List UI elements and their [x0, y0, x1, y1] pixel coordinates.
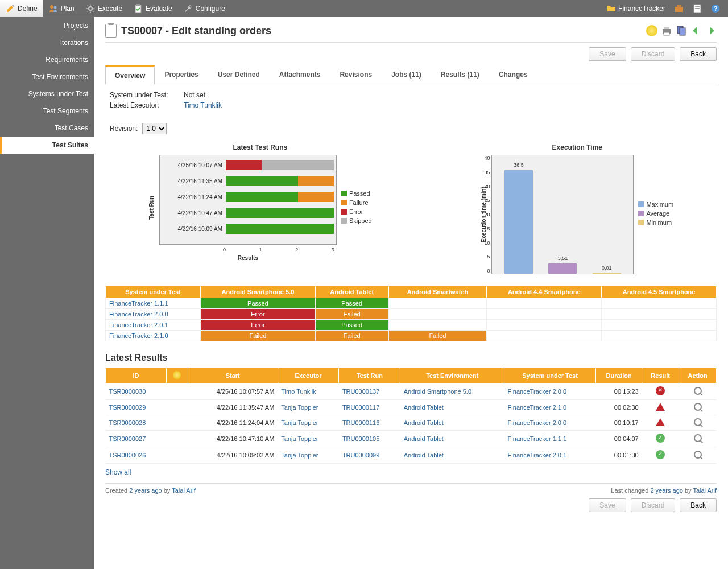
sut-link[interactable]: FinanceTracker 1.1.1 [508, 435, 567, 442]
changed-time-link[interactable]: 2 years ago [650, 487, 682, 494]
changed-user-link[interactable]: Talal Arif [693, 487, 717, 494]
help-icon[interactable]: ? [708, 0, 723, 17]
latest-results-title: Latest Results [105, 353, 717, 363]
matrix-sut-link[interactable]: FinanceTracker 2.1.0 [109, 332, 168, 339]
result-id-link[interactable]: TSR0000030 [109, 388, 146, 395]
tab-changes[interactable]: Changes [489, 65, 537, 84]
tab-user-defined[interactable]: User Defined [208, 65, 270, 84]
testrun-link[interactable]: TRU0000105 [342, 435, 379, 442]
view-action-icon[interactable] [694, 418, 702, 426]
topbar-evaluate[interactable]: Evaluate [128, 0, 178, 17]
result-id-link[interactable]: TSR0000028 [109, 419, 146, 426]
project-selector[interactable]: FinanceTracker [603, 0, 669, 17]
report-icon[interactable] [689, 0, 705, 17]
env-link[interactable]: Android Tablet [404, 404, 444, 411]
revision-select[interactable]: 1.0 [142, 123, 167, 134]
view-action-icon[interactable] [694, 387, 702, 395]
save-button-bottom[interactable]: Save [589, 498, 626, 512]
executor-link[interactable]: Tanja Toppler [281, 435, 318, 442]
tab-results-11-[interactable]: Results (11) [431, 65, 489, 84]
created-user-link[interactable]: Talal Arif [172, 487, 196, 494]
print-icon[interactable] [661, 25, 672, 36]
sidebar-item-test-segments[interactable]: Test Segments [0, 102, 94, 119]
sidebar-item-test-environments[interactable]: Test Environments [0, 68, 94, 85]
env-link[interactable]: Android Tablet [404, 435, 444, 442]
toolbox-icon[interactable] [671, 0, 687, 17]
testrun-link[interactable]: TRU0000116 [342, 419, 379, 426]
prev-arrow-icon[interactable] [690, 25, 702, 36]
sut-value: Not set [184, 91, 205, 99]
executor-link[interactable]: Tanja Toppler [281, 452, 318, 459]
legend-item: Skipped [341, 217, 372, 224]
discard-button-bottom[interactable]: Discard [631, 498, 676, 512]
matrix-sut-link[interactable]: FinanceTracker 2.0.1 [109, 321, 168, 328]
hbar-segment [226, 208, 334, 218]
matrix-header: Android 4.5 Smartphone [602, 286, 717, 298]
testrun-link[interactable]: TRU0000117 [342, 404, 379, 411]
sut-link[interactable]: FinanceTracker 2.0.0 [508, 419, 567, 426]
matrix-sut-link[interactable]: FinanceTracker 1.1.1 [109, 300, 168, 307]
result-warn-icon [656, 418, 665, 426]
legend-item: Maximum [638, 201, 673, 208]
show-all-link[interactable]: Show all [105, 468, 131, 476]
hbar-label: 4/22/16 10:09 AM [162, 226, 226, 232]
result-id-link[interactable]: TSR0000029 [109, 404, 146, 411]
svg-point-0 [50, 5, 53, 9]
results-header: Duration [596, 368, 642, 384]
matrix-cell: Failed [315, 331, 388, 341]
env-link[interactable]: Android Smartphone 5.0 [404, 388, 471, 395]
sidebar-item-test-suites[interactable]: Test Suites [0, 137, 94, 154]
pencil-icon [6, 4, 15, 13]
topbar-plan[interactable]: Plan [43, 0, 80, 17]
sidebar-item-systems-under-test[interactable]: Systems under Test [0, 85, 94, 102]
topbar-define[interactable]: Define [0, 0, 43, 17]
executor-link[interactable]: Tanja Toppler [281, 419, 318, 426]
testrun-link[interactable]: TRU0000099 [342, 452, 379, 459]
topbar-configure[interactable]: Configure [178, 0, 231, 17]
matrix-header: Android Smartwatch [388, 286, 487, 298]
chart1-xlabel: Results [159, 255, 337, 261]
tab-properties[interactable]: Properties [155, 65, 208, 84]
matrix-cell: Failed [388, 331, 487, 341]
back-button-bottom[interactable]: Back [680, 498, 717, 512]
footer-meta: Created 2 years ago by Talal Arif Last c… [105, 483, 717, 494]
status-icon[interactable] [646, 25, 657, 36]
sidebar-item-projects[interactable]: Projects [0, 17, 94, 34]
matrix-sut-link[interactable]: FinanceTracker 2.0.0 [109, 311, 168, 318]
env-link[interactable]: Android Tablet [404, 452, 444, 459]
executor-link[interactable]: Timo Tunklik [281, 388, 316, 395]
view-action-icon[interactable] [694, 434, 702, 442]
created-time-link[interactable]: 2 years ago [129, 487, 162, 494]
people-icon [49, 4, 58, 13]
env-link[interactable]: Android Tablet [404, 419, 444, 426]
result-id-link[interactable]: TSR0000027 [109, 435, 146, 442]
results-header: Result [642, 368, 679, 384]
discard-button[interactable]: Discard [631, 47, 676, 61]
tab-revisions[interactable]: Revisions [330, 65, 382, 84]
testrun-link[interactable]: TRU0000137 [342, 388, 379, 395]
svg-point-1 [53, 6, 56, 9]
sut-link[interactable]: FinanceTracker 2.1.0 [508, 404, 567, 411]
svg-point-2 [89, 7, 92, 10]
matrix-cell [602, 298, 717, 309]
sut-link[interactable]: FinanceTracker 2.0.0 [508, 388, 567, 395]
tab-jobs-11-[interactable]: Jobs (11) [382, 65, 431, 84]
save-button[interactable]: Save [589, 47, 626, 61]
executor-link[interactable]: Timo Tunklik [184, 101, 222, 109]
topbar-execute[interactable]: Execute [80, 0, 128, 17]
view-action-icon[interactable] [694, 451, 702, 459]
next-arrow-icon[interactable] [705, 25, 717, 36]
sut-link[interactable]: FinanceTracker 2.0.1 [508, 452, 567, 459]
sidebar-item-iterations[interactable]: Iterations [0, 34, 94, 51]
legend-swatch [341, 200, 347, 205]
view-action-icon[interactable] [694, 403, 702, 411]
svg-rect-5 [675, 7, 683, 12]
sidebar-item-test-cases[interactable]: Test Cases [0, 119, 94, 137]
tab-attachments[interactable]: Attachments [270, 65, 330, 84]
tab-overview[interactable]: Overview [105, 65, 155, 84]
copy-icon[interactable] [676, 25, 687, 36]
result-id-link[interactable]: TSR0000026 [109, 452, 146, 459]
executor-link[interactable]: Tanja Toppler [281, 404, 318, 411]
back-button[interactable]: Back [680, 47, 717, 61]
sidebar-item-requirements[interactable]: Requirements [0, 51, 94, 68]
